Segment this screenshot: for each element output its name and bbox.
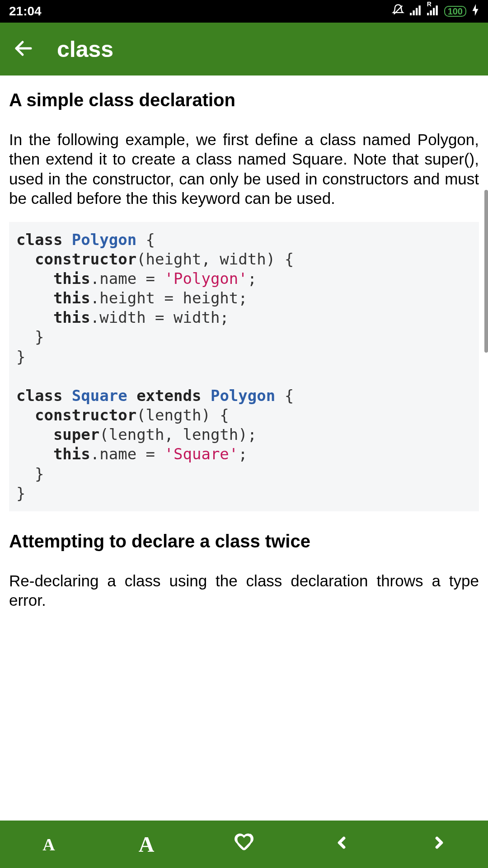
bottom-bar: A A	[0, 821, 488, 868]
section-heading-simple: A simple class declaration	[9, 88, 479, 112]
app-bar: class	[0, 23, 488, 75]
svg-rect-5	[427, 13, 429, 15]
next-button[interactable]	[390, 821, 488, 868]
svg-rect-4	[418, 5, 420, 15]
prev-button[interactable]	[293, 821, 390, 868]
section-heading-twice: Attempting to declare a class twice	[9, 529, 479, 553]
font-decrease-button[interactable]: A	[0, 821, 98, 868]
back-icon[interactable]	[13, 38, 34, 61]
svg-rect-2	[413, 10, 414, 15]
intro-paragraph: In the following example, we first defin…	[9, 130, 479, 208]
svg-rect-1	[410, 13, 412, 15]
scroll-indicator[interactable]	[484, 190, 488, 353]
status-bar: 21:04 R 100	[0, 0, 488, 23]
svg-rect-3	[416, 8, 418, 15]
font-increase-button[interactable]: A	[98, 821, 195, 868]
dnd-icon	[392, 4, 404, 19]
code-block: class Polygon { constructor(height, widt…	[9, 222, 479, 511]
charging-icon	[472, 4, 479, 19]
svg-rect-7	[433, 8, 435, 15]
chevron-right-icon	[430, 832, 448, 857]
page-title: class	[57, 36, 113, 62]
status-time: 21:04	[9, 4, 42, 19]
svg-rect-8	[436, 5, 437, 15]
signal2-icon: R	[427, 4, 439, 19]
content-area[interactable]: A simple class declaration In the follow…	[0, 75, 488, 821]
redeclare-paragraph: Re-declaring a class using the class dec…	[9, 571, 479, 610]
chevron-left-icon	[333, 832, 351, 857]
svg-rect-6	[430, 10, 432, 15]
heart-icon	[234, 832, 254, 857]
status-right: R 100	[392, 4, 479, 19]
battery-indicator: 100	[444, 6, 466, 17]
favorite-button[interactable]	[195, 821, 293, 868]
signal-icon	[410, 4, 422, 19]
